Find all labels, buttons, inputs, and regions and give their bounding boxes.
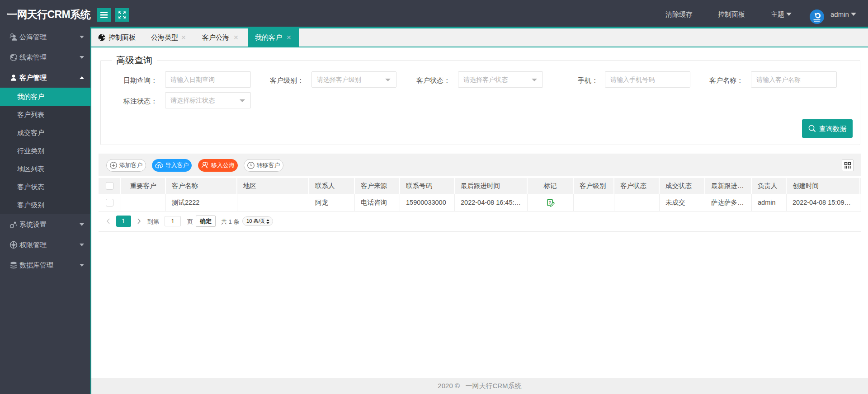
svg-text:?: ?	[548, 200, 551, 205]
